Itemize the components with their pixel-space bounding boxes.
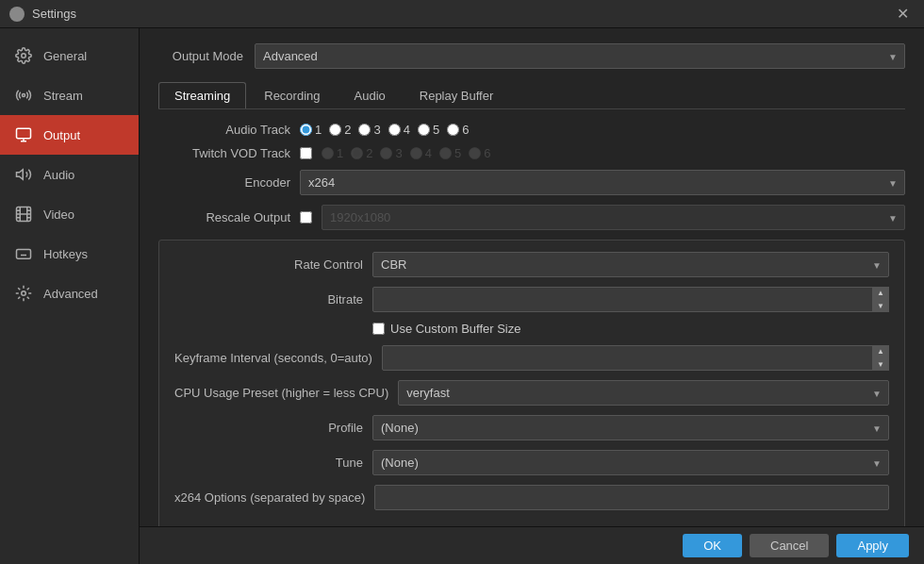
cpu-preset-row: CPU Usage Preset (higher = less CPU) ult… [174, 380, 889, 406]
title-bar: Settings ✕ [0, 0, 924, 28]
keyframe-label: Keyframe Interval (seconds, 0=auto) [174, 351, 372, 365]
output-mode-select-wrapper: Advanced Simple ▼ [255, 43, 905, 69]
twitch-vod-group: 1 2 3 4 5 6 [322, 146, 490, 160]
sidebar-label-stream: Stream [43, 89, 83, 103]
audio-track-6[interactable]: 6 [447, 123, 469, 137]
bitrate-row: Bitrate 2500 Kbps ▲ ▼ [174, 287, 889, 312]
tvod-track-5: 5 [439, 146, 461, 160]
x264-options-row: x264 Options (separated by space) [174, 485, 889, 510]
cancel-button[interactable]: Cancel [750, 534, 829, 557]
custom-buffer-checkbox-item[interactable]: Use Custom Buffer Size [372, 322, 520, 336]
audio-track-2[interactable]: 2 [329, 123, 351, 137]
keyframe-spin-buttons: ▲ ▼ [872, 345, 889, 371]
rescale-checkbox[interactable] [300, 211, 312, 224]
sidebar-item-stream[interactable]: Stream [0, 75, 139, 115]
sidebar-item-audio[interactable]: Audio [0, 155, 139, 194]
custom-buffer-checkbox[interactable] [372, 323, 385, 335]
cpu-preset-wrapper: ultrafast superfast veryfast faster fast… [398, 380, 889, 406]
sidebar-item-output[interactable]: Output [0, 115, 139, 155]
output-mode-row: Output Mode Advanced Simple ▼ [158, 43, 905, 69]
sidebar-label-output: Output [43, 128, 80, 142]
sidebar-item-general[interactable]: General [0, 36, 139, 75]
audio-track-4[interactable]: 4 [388, 123, 410, 137]
sidebar-label-hotkeys: Hotkeys [43, 247, 88, 261]
custom-buffer-label: Use Custom Buffer Size [390, 322, 520, 336]
tune-select[interactable]: (None) film animation grain stillimage f… [372, 450, 889, 475]
svg-marker-5 [17, 170, 24, 180]
rescale-select[interactable]: 1920x1080 [322, 205, 905, 230]
tvod-track-6: 6 [469, 146, 490, 160]
tune-wrapper: (None) film animation grain stillimage f… [372, 450, 889, 475]
sidebar-item-video[interactable]: Video [0, 194, 139, 234]
keyframe-down-button[interactable]: ▼ [872, 358, 889, 372]
svg-point-15 [22, 291, 26, 296]
tune-row: Tune (None) film animation grain stillim… [174, 450, 889, 475]
custom-buffer-row: Use Custom Buffer Size [372, 322, 889, 336]
profile-select[interactable]: (None) baseline main high [372, 415, 889, 440]
bitrate-input[interactable]: 2500 Kbps [372, 287, 889, 312]
svg-point-0 [22, 54, 26, 58]
output-icon [13, 124, 34, 145]
rate-control-wrapper: CBR VBR ABR CRF ▼ [372, 252, 889, 277]
hotkeys-icon [13, 243, 34, 264]
encoder-select[interactable]: x264 NVENC H.264 AMD HW H.264 [300, 170, 905, 195]
sidebar-item-advanced[interactable]: Advanced [0, 274, 139, 313]
encoder-row: Encoder x264 NVENC H.264 AMD HW H.264 ▼ [158, 170, 905, 195]
cpu-preset-select[interactable]: ultrafast superfast veryfast faster fast… [398, 380, 889, 406]
bitrate-spinbox: 2500 Kbps ▲ ▼ [372, 287, 889, 312]
stream-icon [13, 85, 34, 106]
keyframe-up-button[interactable]: ▲ [872, 345, 889, 358]
content-inner: Output Mode Advanced Simple ▼ Streaming … [140, 28, 924, 526]
tune-label: Tune [174, 456, 363, 470]
audio-icon [13, 164, 34, 185]
audio-track-1[interactable]: 1 [300, 123, 322, 137]
rescale-row: Rescale Output 1920x1080 ▼ [158, 205, 905, 230]
sidebar-item-hotkeys[interactable]: Hotkeys [0, 234, 139, 274]
tab-recording[interactable]: Recording [248, 82, 336, 108]
tab-replay-buffer[interactable]: Replay Buffer [404, 82, 510, 108]
audio-track-5[interactable]: 5 [418, 123, 439, 137]
tab-streaming[interactable]: Streaming [158, 82, 246, 108]
content-area: Output Mode Advanced Simple ▼ Streaming … [140, 28, 924, 564]
rescale-label: Rescale Output [158, 210, 290, 224]
audio-track-label: Audio Track [158, 123, 290, 137]
profile-wrapper: (None) baseline main high ▼ [372, 415, 889, 440]
bitrate-down-button[interactable]: ▼ [872, 300, 889, 313]
advanced-icon [13, 283, 34, 304]
app-icon [9, 7, 25, 22]
bitrate-spin-buttons: ▲ ▼ [872, 287, 889, 312]
audio-track-3[interactable]: 3 [358, 123, 380, 137]
tvod-track-2: 2 [351, 146, 372, 160]
sidebar-label-video: Video [43, 207, 74, 222]
ok-button[interactable]: OK [683, 534, 742, 557]
bitrate-label: Bitrate [174, 292, 363, 307]
sidebar: General Stream Output [0, 28, 140, 564]
tvod-track-3: 3 [380, 146, 402, 160]
window-title: Settings [32, 7, 891, 21]
svg-rect-2 [17, 128, 31, 139]
bitrate-up-button[interactable]: ▲ [872, 287, 889, 300]
svg-point-1 [23, 94, 25, 97]
keyframe-input[interactable]: 0 [382, 345, 889, 371]
rate-control-select[interactable]: CBR VBR ABR CRF [372, 252, 889, 277]
profile-row: Profile (None) baseline main high ▼ [174, 415, 889, 440]
output-mode-label: Output Mode [158, 49, 243, 63]
twitch-vod-checkbox[interactable] [300, 147, 312, 159]
advanced-settings-box: Rate Control CBR VBR ABR CRF ▼ Bitrate [158, 240, 905, 526]
rate-control-row: Rate Control CBR VBR ABR CRF ▼ [174, 252, 889, 277]
video-icon [13, 204, 34, 224]
footer: OK Cancel Apply [140, 526, 924, 564]
tabs-bar: Streaming Recording Audio Replay Buffer [158, 82, 905, 109]
audio-track-group: 1 2 3 4 5 6 [300, 123, 469, 137]
output-mode-select[interactable]: Advanced Simple [255, 43, 905, 69]
x264-options-input[interactable] [374, 485, 889, 510]
encoder-select-wrapper: x264 NVENC H.264 AMD HW H.264 ▼ [300, 170, 905, 195]
x264-options-label: x264 Options (separated by space) [174, 490, 365, 505]
svg-rect-14 [17, 250, 31, 259]
close-button[interactable]: ✕ [891, 5, 915, 23]
encoder-label: Encoder [158, 175, 290, 190]
apply-button[interactable]: Apply [836, 534, 909, 557]
tab-audio[interactable]: Audio [338, 82, 402, 108]
main-layout: General Stream Output [0, 28, 924, 564]
sidebar-label-general: General [43, 49, 87, 63]
